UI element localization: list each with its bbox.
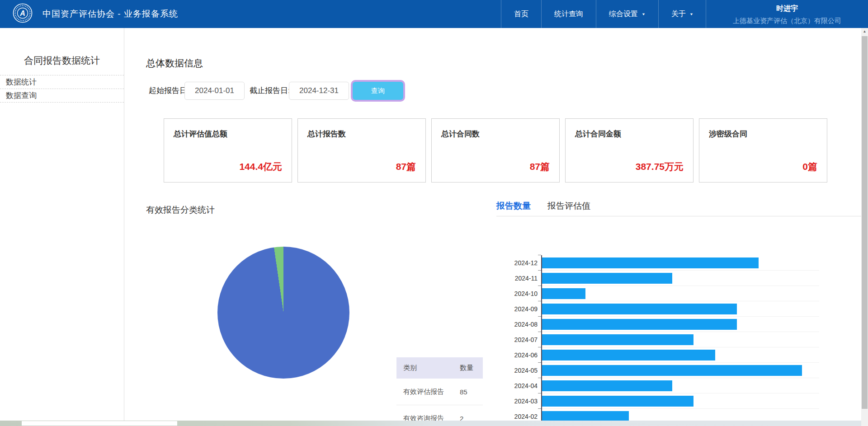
stat-card-value: 87篇: [396, 160, 416, 173]
nav-item-about[interactable]: 关于▼: [658, 0, 706, 28]
bar-row: [542, 301, 819, 317]
bar: [542, 365, 802, 376]
stat-card: 总计评估值总额144.4亿元: [164, 118, 292, 183]
navbar: A 中国资产评估协会 - 业务报备系统 首页统计查询综合设置▼关于▼ 时进宇 上…: [0, 0, 868, 28]
pie-chart-title: 有效报告分类统计: [146, 204, 215, 216]
association-seal-logo-icon: A: [13, 3, 33, 25]
horizontal-scrollbar[interactable]: [0, 421, 861, 426]
bar-category-label: 2024-12: [491, 255, 538, 271]
sidebar-item-data-query[interactable]: 数据查询: [0, 89, 124, 103]
stat-card-title: 总计报告数: [307, 129, 346, 139]
bar: [542, 288, 585, 299]
query-button[interactable]: 查询: [353, 82, 403, 100]
table-header-cell: 数量: [460, 364, 482, 372]
stat-card-value: 144.4亿元: [239, 160, 282, 173]
start-date-label: 起始报告日:: [149, 82, 189, 100]
chevron-down-icon: ▼: [642, 12, 646, 16]
nav-item-statistics-query[interactable]: 统计查询: [541, 0, 596, 28]
bar-category-label: 2024-08: [491, 317, 538, 332]
tabs-divider: [496, 216, 861, 216]
bar-row: [542, 393, 819, 409]
bar: [542, 396, 693, 407]
chevron-down-icon: ▼: [689, 12, 693, 16]
start-date-input[interactable]: [184, 82, 245, 100]
bar-row: [542, 271, 819, 286]
bar: [542, 380, 672, 391]
tab-report-count[interactable]: 报告数量: [496, 200, 531, 212]
bar-category-label: 2024-11: [491, 271, 538, 286]
nav-menu: 首页统计查询综合设置▼关于▼: [501, 0, 706, 28]
svg-text:A: A: [19, 9, 25, 17]
bar-category-label: 2024-10: [491, 286, 538, 301]
report-tabs: 报告数量报告评估值: [496, 200, 590, 212]
vertical-scrollbar[interactable]: ▲: [861, 28, 868, 426]
stat-card-value: 0篇: [802, 160, 817, 173]
scrollbar-up-icon[interactable]: ▲: [861, 28, 868, 35]
bar-row: [542, 363, 819, 378]
stat-card-value: 87篇: [530, 160, 550, 173]
bar-row: [542, 378, 819, 393]
bar-row: [542, 347, 819, 363]
bar-category-label: 2024-03: [491, 393, 538, 409]
stat-card-title: 总计合同数: [441, 129, 480, 139]
sidebar: 合同报告数据统计 数据统计数据查询: [0, 28, 124, 426]
sidebar-title: 合同报告数据统计: [0, 28, 124, 75]
bar-category-label: 2024-05: [491, 363, 538, 378]
stat-card-value: 387.75万元: [636, 160, 684, 173]
tab-report-value[interactable]: 报告评估值: [547, 200, 590, 212]
bar: [542, 319, 737, 330]
stat-card-title: 涉密级合同: [709, 129, 747, 139]
bar: [542, 350, 715, 360]
bar-category-label: 2024-07: [491, 332, 538, 347]
nav-item-home[interactable]: 首页: [501, 0, 541, 28]
bar: [542, 273, 672, 284]
bar-category-label: 2024-06: [491, 347, 538, 363]
stat-card: 总计合同数87篇: [431, 118, 560, 183]
bar-row: [542, 332, 819, 347]
bar: [542, 334, 693, 345]
bar-chart-axis-labels: 2024-122024-112024-102024-092024-082024-…: [491, 255, 538, 424]
table-header-row: 类别数量: [396, 357, 483, 379]
brand: A 中国资产评估协会 - 业务报备系统: [13, 0, 178, 28]
bar-chart: [541, 255, 819, 426]
table-cell-count: 85: [460, 388, 482, 396]
vertical-scrollbar-thumb[interactable]: [862, 36, 868, 409]
table-header-cell: 类别: [396, 364, 460, 372]
end-date-input[interactable]: [289, 82, 349, 100]
stat-card: 涉密级合同0篇: [699, 118, 827, 183]
user-info[interactable]: 时进宇 上德基业资产评估（北京）有限公司: [706, 0, 868, 28]
stat-card-title: 总计合同金额: [575, 129, 621, 139]
stat-card-title: 总计评估值总额: [174, 129, 227, 139]
bar-category-label: 2024-09: [491, 301, 538, 317]
stat-card: 总计合同金额387.75万元: [565, 118, 693, 183]
bar-category-label: 2024-04: [491, 378, 538, 393]
app-root: A 中国资产评估协会 - 业务报备系统 首页统计查询综合设置▼关于▼ 时进宇 上…: [0, 0, 868, 426]
end-date-label: 截止报告日:: [250, 82, 290, 100]
nav-item-general-settings[interactable]: 综合设置▼: [596, 0, 658, 28]
bar-row: [542, 255, 819, 271]
user-company: 上德基业资产评估（北京）有限公司: [706, 17, 868, 25]
bar-row: [542, 286, 819, 301]
category-table: 类别数量有效评估报告85有效咨询报告2: [396, 357, 483, 426]
table-cell-category: 有效评估报告: [396, 388, 460, 396]
bar: [542, 257, 759, 268]
sidebar-item-data-statistics[interactable]: 数据统计: [0, 75, 124, 89]
brand-title: 中国资产评估协会 - 业务报备系统: [42, 8, 178, 20]
bar-row: [542, 317, 819, 332]
horizontal-scrollbar-thumb[interactable]: [22, 421, 177, 426]
sidebar-items: 数据统计数据查询: [0, 75, 124, 103]
bar: [542, 304, 737, 314]
page-title: 总体数据信息: [146, 57, 203, 70]
stats-cards: 总计评估值总额144.4亿元总计报告数87篇总计合同数87篇总计合同金额387.…: [164, 118, 827, 183]
pie-chart: [217, 247, 349, 379]
table-row: 有效评估报告85: [396, 379, 483, 405]
user-name: 时进宇: [706, 4, 868, 14]
stat-card: 总计报告数87篇: [297, 118, 426, 183]
